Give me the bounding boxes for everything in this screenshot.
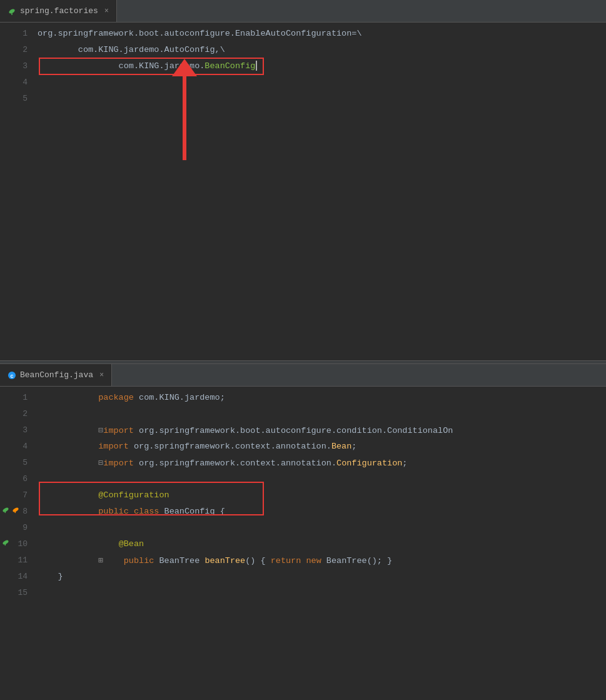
spring-factories-tab[interactable]: spring.factories × bbox=[0, 0, 117, 22]
b-line-num-6: 6 bbox=[0, 474, 38, 484]
line-num-5: 5 bbox=[0, 94, 38, 103]
bottom-line-15: 15 bbox=[0, 584, 606, 601]
b-line-num-3: 3 bbox=[0, 425, 38, 435]
top-tab-label: spring.factories bbox=[20, 6, 98, 16]
spring-gutter-icon-1 bbox=[1, 505, 10, 514]
top-tab-close[interactable]: × bbox=[104, 7, 109, 16]
b-line-num-7: 7 bbox=[0, 490, 38, 500]
b-line-num-9: 9 bbox=[0, 523, 38, 532]
bottom-line-5: 5 ⊟import org.springframework.context.an… bbox=[0, 454, 606, 470]
top-line-5: 5 bbox=[0, 90, 606, 106]
b-line-num-2: 2 bbox=[0, 409, 38, 418]
java-class-icon: c bbox=[8, 371, 16, 380]
bottom-line-14: 14 } bbox=[0, 568, 606, 584]
b-line-num-5: 5 bbox=[0, 458, 38, 467]
line-num-3: 3 bbox=[0, 61, 38, 71]
top-tab-bar: spring.factories × bbox=[0, 0, 606, 23]
svg-line-11 bbox=[5, 544, 6, 545]
bottom-editor: 1 package com.KING.jardemo; 2 3 ⊟import … bbox=[0, 387, 606, 700]
spring-leaf-icon bbox=[8, 7, 16, 16]
bottom-tab-label: BeanConfig.java bbox=[20, 370, 93, 380]
bean-gutter-icon bbox=[1, 538, 10, 550]
top-line-1: 1 org.springframework.boot.autoconfigure… bbox=[0, 25, 606, 41]
line-num-1: 1 bbox=[0, 29, 38, 38]
top-line-3: 3 com.KING.jardemo.BeanConfig bbox=[0, 58, 606, 74]
b-line-num-15: 15 bbox=[0, 588, 38, 597]
run-gutter-icon bbox=[11, 505, 20, 514]
line-num-4: 4 bbox=[0, 78, 38, 87]
svg-text:c: c bbox=[10, 373, 13, 379]
b-line-num-14: 14 bbox=[0, 572, 38, 581]
line-1-content: org.springframework.boot.autoconfigure.E… bbox=[38, 29, 361, 38]
spring-bean-icon bbox=[1, 538, 10, 547]
top-line-4: 4 bbox=[0, 74, 606, 90]
bottom-line-8: 8 public class BeanConfig { bbox=[0, 503, 606, 519]
top-code-area: 1 org.springframework.boot.autoconfigure… bbox=[0, 23, 606, 109]
bottom-line-1: 1 package com.KING.jardemo; bbox=[0, 389, 606, 405]
bottom-tab-close[interactable]: × bbox=[99, 371, 104, 380]
b-line-num-1: 1 bbox=[0, 393, 38, 402]
top-editor: 1 org.springframework.boot.autoconfigure… bbox=[0, 23, 606, 360]
bottom-line-11: 11 ⊞ public BeanTree beanTree() { return… bbox=[0, 552, 606, 568]
b-line-num-11: 11 bbox=[0, 555, 38, 565]
gutter-icons bbox=[1, 505, 20, 514]
bottom-code-area: 1 package com.KING.jardemo; 2 3 ⊟import … bbox=[0, 387, 606, 603]
b-line-num-4: 4 bbox=[0, 442, 38, 451]
line-num-2: 2 bbox=[0, 45, 38, 54]
svg-line-9 bbox=[15, 511, 16, 513]
svg-line-7 bbox=[5, 511, 6, 513]
b-line-14-content: } bbox=[38, 572, 63, 581]
